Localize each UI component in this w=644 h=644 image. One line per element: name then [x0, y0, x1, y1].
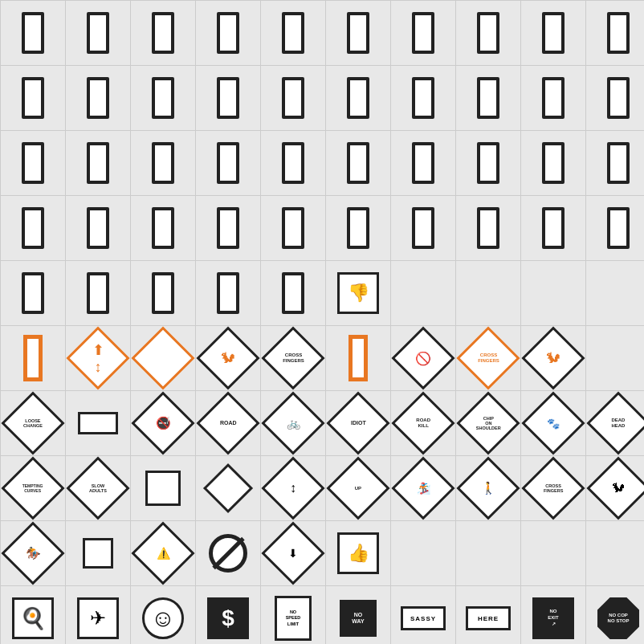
cell-r10c1: 🍳 [1, 586, 65, 644]
cell-r3c6 [326, 131, 390, 195]
diamond-walking: 🚶 [456, 456, 520, 520]
tall-rect-icon [477, 12, 499, 54]
cell-r4c4 [196, 196, 260, 260]
cell-r6c5: CROSSFINGERS [261, 326, 325, 390]
tall-rect-icon [347, 77, 369, 119]
cell-r6c9: 🐿 [521, 326, 585, 390]
cell-r1c6 [326, 1, 390, 65]
cell-r6c6 [326, 326, 390, 390]
cell-r8c3 [131, 456, 195, 520]
tall-rect-icon [477, 77, 499, 119]
cell-r1c9 [521, 1, 585, 65]
cell-r2c9 [521, 66, 585, 130]
up-sign: UP [326, 456, 389, 520]
cell-r8c2: SLOWADULTS [66, 456, 130, 520]
cell-r10c6: NOWAY [326, 586, 390, 644]
tall-rect-icon [217, 207, 239, 249]
smiley-sign: ☺ [142, 597, 184, 639]
tall-rect-icon [87, 12, 109, 54]
cell-r4c8 [456, 196, 520, 260]
cell-r8c4 [196, 456, 260, 520]
cell-r4c1 [1, 196, 65, 260]
cell-r9c9 [521, 521, 585, 585]
tall-rect-icon [542, 142, 565, 184]
cell-r10c2: ✈ [66, 586, 130, 644]
cell-r6c10 [586, 326, 644, 390]
cell-r5c7 [391, 261, 455, 325]
cell-r2c3 [131, 66, 195, 130]
cell-r3c2 [66, 131, 130, 195]
cell-r1c3 [131, 1, 195, 65]
cell-r6c8: CROSSFINGERS [456, 326, 520, 390]
cell-r7c9: 🐾 [521, 391, 585, 455]
tall-rect-icon [607, 142, 630, 184]
cell-r1c10 [586, 1, 644, 65]
cell-r5c1 [1, 261, 65, 325]
cell-r3c10 [586, 131, 644, 195]
sassy-sign: SASSY [401, 606, 446, 630]
no-way-sign: NOWAY [340, 600, 377, 637]
cell-r10c3: ☺ [131, 586, 195, 644]
cell-r5c6: 👎 [326, 261, 390, 325]
cell-r4c3 [131, 196, 195, 260]
cell-r1c8 [456, 1, 520, 65]
no-speed-limit-text: NOSPEEDLIMIT [286, 609, 301, 626]
diamond-slide: 🏂 [391, 456, 454, 520]
tall-rect-icon [152, 272, 174, 314]
tall-rect-icon [412, 207, 434, 249]
no-exit-sign: NOEXIT↗ [532, 597, 574, 639]
cell-r5c4 [196, 261, 260, 325]
cell-r9c5: ⬇ [261, 521, 325, 585]
cell-r5c8 [456, 261, 520, 325]
tall-rect-icon [87, 142, 109, 184]
cell-r7c8: CHIPONSHOULDER [456, 391, 520, 455]
diamond-squirrel-2: 🐿 [521, 326, 585, 389]
cell-r10c7: SASSY [391, 586, 455, 644]
cell-r10c10: NO COPNO STOP [586, 586, 644, 644]
cell-r3c4 [196, 131, 260, 195]
tall-rect-icon [607, 207, 630, 249]
cell-r5c2 [66, 261, 130, 325]
cell-r2c1 [1, 66, 65, 130]
loose-change-sign: LOOSECHANGE [1, 391, 64, 454]
cell-r2c8 [456, 66, 520, 130]
cell-r9c7 [391, 521, 455, 585]
plane-sign: ✈ [77, 597, 119, 639]
diamond-squirrel: 🐿 [196, 326, 259, 389]
thumbs-down-sign: 👎 [337, 272, 379, 314]
tall-rect-icon [282, 272, 304, 314]
tall-rect-icon [347, 12, 369, 54]
tall-rect-icon [282, 142, 304, 184]
cell-r1c2 [66, 1, 130, 65]
cell-r6c4: 🐿 [196, 326, 260, 390]
cell-r7c10: DEADHEAD [586, 391, 644, 455]
cell-r2c10 [586, 66, 644, 130]
cell-r6c2: ⬆↕ [66, 326, 130, 390]
tall-rect-icon [87, 272, 109, 314]
tall-rect-icon [282, 77, 304, 119]
dead-head-sign: DEADHEAD [586, 391, 644, 454]
cell-r9c8 [456, 521, 520, 585]
here-text: HERE [478, 615, 499, 622]
diamond-smoking: 🚭 [131, 391, 194, 454]
tall-rect-icon [22, 12, 44, 54]
here-sign: HERE [466, 606, 511, 630]
cell-r1c5 [261, 1, 325, 65]
tempting-curves-sign: TEMPTINGCURVES [1, 456, 64, 520]
tall-rect-icon [607, 12, 630, 54]
cell-r4c10 [586, 196, 644, 260]
tall-rect-icon [152, 12, 174, 54]
cell-r8c9: CROSSFINGERS [521, 456, 585, 520]
road-sign: ROAD [196, 391, 259, 454]
cross-fingers-sign2: CROSSFINGERS [521, 456, 585, 520]
tall-rect-icon [412, 12, 434, 54]
tall-rect-icon [22, 207, 44, 249]
tall-rect-icon [217, 142, 239, 184]
cell-r6c1 [1, 326, 65, 390]
tall-rect-icon [152, 207, 174, 249]
idiot-sign: IDIOT [326, 391, 389, 454]
tall-rect-icon [477, 207, 499, 249]
tall-rect-icon [87, 77, 109, 119]
tall-rect-icon [22, 142, 44, 184]
diamond-empty-black [203, 463, 253, 513]
